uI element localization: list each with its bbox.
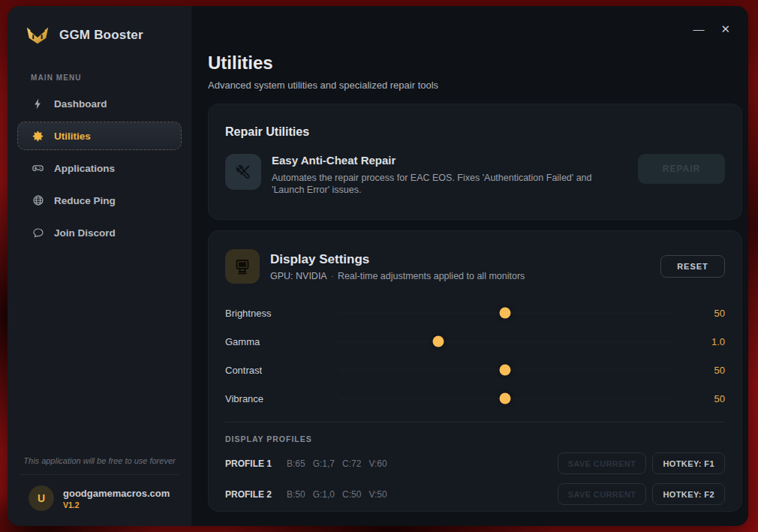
chat-bubble-icon xyxy=(32,227,44,239)
sidebar-item-label: Join Discord xyxy=(54,227,116,239)
gamepad-icon xyxy=(32,162,44,175)
page-subtitle: Advanced system utilities and specialize… xyxy=(208,80,742,91)
contrast-label: Contrast xyxy=(225,365,338,376)
app-window: GGM Booster MAIN MENU Dashboard Utilitie… xyxy=(8,6,748,526)
main-nav: Dashboard Utilities Applications Reduce … xyxy=(8,89,191,247)
app-logo-icon xyxy=(24,23,51,48)
gamma-label: Gamma xyxy=(225,336,338,347)
app-title: GGM Booster xyxy=(59,28,143,43)
sidebar-item-join-discord[interactable]: Join Discord xyxy=(17,218,182,247)
brightness-slider[interactable] xyxy=(338,311,672,314)
monitor-icon xyxy=(225,249,260,284)
eac-repair-row: Easy Anti-Cheat Repair Automates the rep… xyxy=(224,154,726,203)
vibrance-slider-row: Vibrance 50 xyxy=(225,384,725,413)
bolt-icon xyxy=(32,98,44,110)
profile-1-hotkey-button[interactable]: HOTKEY: F1 xyxy=(652,452,725,474)
profile-2-hotkey-button[interactable]: HOTKEY: F2 xyxy=(652,483,725,505)
gamma-slider[interactable] xyxy=(338,340,672,343)
account-site: goodgamemacros.com xyxy=(63,488,170,499)
slider-thumb[interactable] xyxy=(500,308,511,319)
sidebar-item-label: Dashboard xyxy=(54,98,107,110)
gamma-value: 1.0 xyxy=(672,336,725,347)
profile-2-save-current-button[interactable]: SAVE CURRENT xyxy=(558,483,647,505)
profiles-divider xyxy=(225,422,725,422)
page-title: Utilities xyxy=(208,53,742,74)
main-content: — ✕ Utilities Advanced system utilities … xyxy=(192,6,748,526)
window-controls: — ✕ xyxy=(693,23,730,36)
avatar: U xyxy=(29,485,54,511)
display-profiles-label: DISPLAY PROFILES xyxy=(225,434,725,443)
gear-icon xyxy=(32,130,44,143)
contrast-value: 50 xyxy=(672,365,725,376)
contrast-slider-row: Contrast 50 xyxy=(225,356,725,384)
profile-2-values: B:50 G:1,0 C:50 V:50 xyxy=(287,489,387,500)
eac-repair-description: Automates the repair process for EAC EOS… xyxy=(272,172,621,197)
crossed-tools-icon xyxy=(225,154,261,190)
display-settings-card: Display Settings GPU: NVIDIA·Real-time a… xyxy=(208,230,742,512)
reset-button[interactable]: RESET xyxy=(660,255,725,278)
vibrance-slider[interactable] xyxy=(338,397,672,400)
brand: GGM Booster xyxy=(8,6,191,53)
display-settings-title: Display Settings xyxy=(270,252,650,267)
sidebar-item-label: Utilities xyxy=(54,131,91,142)
vibrance-label: Vibrance xyxy=(225,393,338,404)
sliders-group: Brightness 50 Gamma 1.0 Contrast 50 Vibr… xyxy=(224,299,726,413)
menu-section-label: MAIN MENU xyxy=(8,53,191,89)
gpu-label: GPU: NVIDIA xyxy=(270,271,327,281)
brightness-value: 50 xyxy=(672,308,725,319)
sidebar: GGM Booster MAIN MENU Dashboard Utilitie… xyxy=(8,6,192,526)
repair-button[interactable]: REPAIR xyxy=(638,154,725,184)
sidebar-item-label: Reduce Ping xyxy=(54,195,116,206)
account-row[interactable]: U goodgamemacros.com V1.2 xyxy=(8,475,191,526)
gamma-slider-row: Gamma 1.0 xyxy=(225,327,725,356)
sidebar-item-applications[interactable]: Applications xyxy=(17,154,182,182)
minimize-button[interactable]: — xyxy=(693,23,704,36)
globe-icon xyxy=(32,194,44,207)
sidebar-item-label: Applications xyxy=(54,163,115,174)
display-settings-subtitle: GPU: NVIDIA·Real-time adjustments applie… xyxy=(270,271,650,281)
eac-repair-title: Easy Anti-Cheat Repair xyxy=(272,154,621,167)
sidebar-item-dashboard[interactable]: Dashboard xyxy=(17,89,182,118)
slider-thumb[interactable] xyxy=(500,365,511,376)
slider-thumb[interactable] xyxy=(500,393,511,404)
app-version: V1.2 xyxy=(63,500,170,509)
profile-2-row: PROFILE 2 B:50 G:1,0 C:50 V:50 SAVE CURR… xyxy=(224,483,726,505)
repair-utilities-card: Repair Utilities Easy Anti-Cheat Repair … xyxy=(208,104,742,220)
subtitle-text: Real-time adjustments applied to all mon… xyxy=(338,271,525,281)
vibrance-value: 50 xyxy=(672,393,725,404)
sidebar-item-utilities[interactable]: Utilities xyxy=(17,122,182,150)
profile-1-values: B:65 G:1,7 C:72 V:60 xyxy=(287,458,387,469)
slider-thumb[interactable] xyxy=(432,336,444,347)
profile-1-name: PROFILE 1 xyxy=(225,458,287,469)
close-button[interactable]: ✕ xyxy=(720,23,730,36)
brightness-slider-row: Brightness 50 xyxy=(225,299,725,327)
profile-1-save-current-button[interactable]: SAVE CURRENT xyxy=(558,452,647,474)
contrast-slider[interactable] xyxy=(338,368,672,371)
profile-2-name: PROFILE 2 xyxy=(225,489,287,500)
free-forever-tagline: This application will be free to use for… xyxy=(8,456,191,474)
profile-1-row: PROFILE 1 B:65 G:1,7 C:72 V:60 SAVE CURR… xyxy=(224,452,726,474)
sidebar-item-reduce-ping[interactable]: Reduce Ping xyxy=(17,186,182,215)
display-settings-header: Display Settings GPU: NVIDIA·Real-time a… xyxy=(224,246,726,285)
brightness-label: Brightness xyxy=(225,308,338,319)
repair-card-heading: Repair Utilities xyxy=(225,125,726,139)
